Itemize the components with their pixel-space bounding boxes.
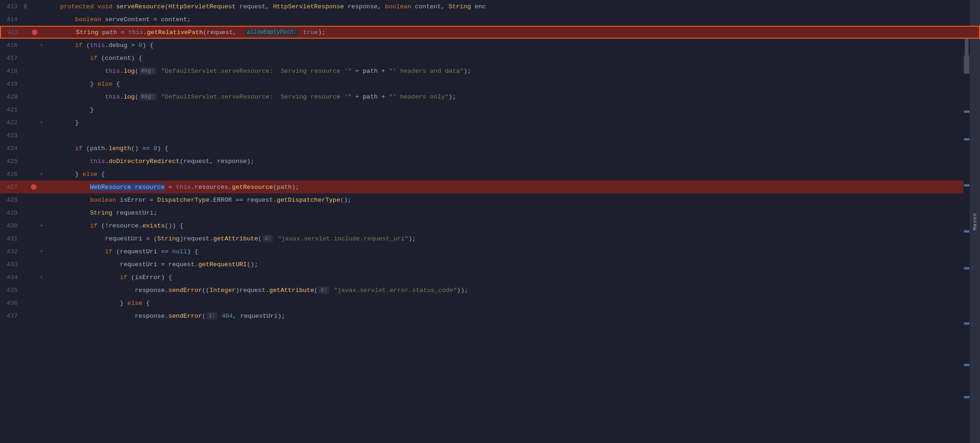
token (46, 29, 76, 36)
token (330, 287, 334, 294)
code-line-row: 420 this.log(msg: "DefaultServlet.serveR… (0, 90, 980, 103)
code-content: response.sendError(i: 404, requestUri); (45, 312, 285, 320)
token: response. (45, 287, 168, 294)
code-line-row: 428 boolean isError = DispatcherType.ERR… (0, 193, 980, 206)
token (45, 55, 90, 62)
token: length (109, 145, 131, 152)
scrollbar[interactable] (963, 0, 970, 443)
line-number: 425 (0, 158, 21, 165)
line-number: 436 (0, 300, 21, 307)
token: (request, (203, 29, 244, 36)
token: WebResource resource (90, 184, 165, 191)
token: ( (314, 287, 318, 294)
code-line-row: 415 String path = this.getRelativePath(r… (0, 26, 980, 39)
code-line-row: 421 } (0, 103, 980, 116)
line-number: 423 (0, 132, 21, 139)
fold-col[interactable]: ▾ (38, 249, 45, 254)
line-number: 419 (0, 81, 21, 87)
code-content: this.log(msg: "DefaultServlet.serveResou… (45, 93, 456, 100)
code-content: requestUri = (String)request.getAttribut… (45, 235, 416, 242)
code-content: } else { (45, 171, 105, 178)
fold-col[interactable]: ▾ (38, 42, 45, 48)
token: serveResource (116, 3, 165, 10)
code-line-row: 430▾ if (!resource.exists()) { (0, 219, 980, 232)
fold-col[interactable]: ▾ (38, 274, 45, 280)
token: sendError (168, 313, 202, 320)
token: ( (258, 235, 262, 242)
token: HttpServletResponse (273, 3, 344, 10)
inline-hint: s: (263, 235, 273, 242)
token: == request. (232, 197, 277, 204)
token (45, 197, 90, 204)
token: String (157, 235, 180, 242)
token: 0 (153, 145, 157, 152)
code-line-row: 425 this.doDirectoryRedirect(request, re… (0, 155, 980, 168)
token: (requestUri == (112, 248, 172, 255)
token: if (120, 274, 127, 281)
token: enc (471, 3, 486, 10)
token: HttpServletRequest (168, 3, 236, 10)
token: ) { (157, 145, 168, 152)
code-line-row: 413@ protected void serveResource(HttpSe… (0, 0, 980, 13)
code-content: if (isError) { (45, 274, 172, 281)
token: DispatcherType (157, 197, 209, 204)
code-content: boolean serveContent = content; (45, 16, 191, 23)
token: . (228, 184, 232, 191)
token: else (127, 300, 142, 307)
token (45, 158, 90, 165)
token: null (172, 248, 187, 255)
token: . (191, 184, 195, 191)
token: + path + (352, 93, 389, 100)
token: "DefaultServlet.serveResource: Serving r… (161, 93, 351, 100)
token: String (90, 210, 112, 216)
code-line-row: 416▾ if (this.debug > 0) { (0, 39, 980, 52)
token: getDispatcherType (277, 197, 340, 204)
token (45, 274, 120, 281)
code-content: String path = this.getRelativePath(reque… (46, 29, 325, 36)
token: this (90, 158, 105, 165)
token: = (165, 184, 176, 191)
token: else (97, 81, 112, 87)
fold-col[interactable]: ▾ (38, 223, 45, 228)
token: protected (60, 3, 94, 10)
code-line-row: 424 if (path.length() == 0) { (0, 142, 980, 155)
token: if (105, 248, 112, 255)
code-content: WebResource resource = this.resources.ge… (45, 184, 299, 191)
token: this (105, 93, 120, 100)
code-line-row: 422▾ } (0, 116, 980, 129)
token (218, 313, 222, 320)
maven-tab[interactable]: Maven (970, 0, 980, 443)
line-number: 420 (0, 93, 21, 100)
code-area: 413@ protected void serveResource(HttpSe… (0, 0, 980, 443)
token: true (303, 29, 318, 36)
token: getAttribute (213, 235, 258, 242)
token: response. (45, 313, 168, 320)
token: )request. (236, 287, 269, 294)
code-content: if (path.length() == 0) { (45, 145, 168, 152)
token (45, 248, 105, 255)
token: getRequestURI (198, 261, 247, 268)
fold-col[interactable]: ▾ (38, 171, 45, 177)
token (157, 68, 161, 75)
line-number: 432 (0, 248, 21, 255)
code-line-row: 431 requestUri = (String)request.getAttr… (0, 232, 980, 245)
token: if (75, 145, 83, 152)
code-line-row: 427 WebResource resource = this.resource… (0, 181, 980, 193)
code-line-row: 432▾ if (requestUri == null) { (0, 245, 980, 258)
fold-col[interactable]: ▾ (38, 120, 45, 125)
inline-hint: msg: (140, 93, 157, 100)
token: . (105, 158, 109, 165)
code-content: } (45, 119, 79, 126)
breakpoint-dot (31, 184, 36, 190)
token: content, (411, 3, 449, 10)
token: Integer (209, 287, 236, 294)
scroll-marker (964, 267, 969, 269)
token: } (45, 81, 97, 87)
token: if (90, 55, 97, 62)
token: } (45, 300, 127, 307)
token: . (120, 93, 124, 100)
line-number: 431 (0, 235, 21, 242)
editor-container: 413@ protected void serveResource(HttpSe… (0, 0, 980, 443)
token: )); (457, 287, 468, 294)
token: response, (344, 3, 385, 10)
